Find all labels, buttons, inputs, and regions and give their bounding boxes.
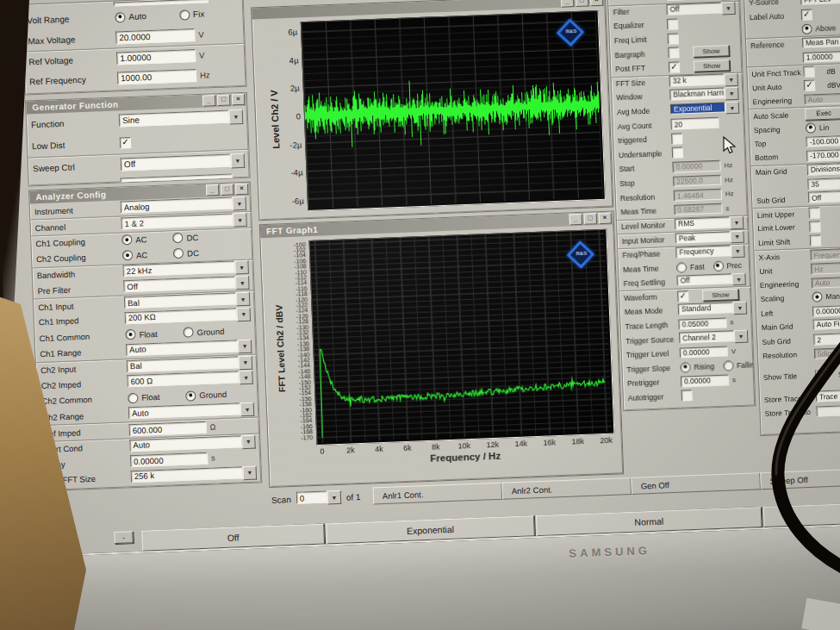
chevron-down-icon[interactable]: ▼ <box>234 260 249 275</box>
lin-radio[interactable] <box>806 122 816 133</box>
sub-grid-field[interactable]: 2 <box>813 332 840 346</box>
scan-dropdown[interactable]: 0 ▼ <box>296 490 342 506</box>
status-anlr2-cont[interactable]: Anlr2 Cont. <box>501 477 632 500</box>
trigger-source-dropdown[interactable]: Channel 2▼ <box>679 330 748 346</box>
chevron-down-icon[interactable]: ▼ <box>725 102 740 115</box>
chevron-down-icon[interactable]: ▼ <box>233 196 247 211</box>
equalizer-checkbox[interactable] <box>667 18 678 29</box>
chevron-down-icon[interactable]: ▼ <box>731 273 746 286</box>
freq-phase-dropdown[interactable]: Frequency▼ <box>675 245 744 260</box>
freq-limit-checkbox[interactable] <box>668 33 679 44</box>
chevron-down-icon[interactable]: ▼ <box>734 330 749 343</box>
post-fft-checkbox[interactable]: ✓ <box>669 61 680 72</box>
above-radio[interactable] <box>801 23 812 34</box>
show-button[interactable]: Show <box>702 288 738 301</box>
maximize-button[interactable]: □ <box>584 213 597 225</box>
manual-radio[interactable] <box>812 292 822 303</box>
waveform-checkbox[interactable]: ✓ <box>677 290 688 302</box>
unit-fnct-track-checkbox[interactable] <box>803 66 814 78</box>
undersample-checkbox[interactable] <box>672 147 683 159</box>
delay-field[interactable]: 0.00000 <box>130 452 208 467</box>
falling-radio[interactable] <box>723 360 733 371</box>
minimize-button[interactable]: _ <box>569 214 582 226</box>
chevron-down-icon[interactable]: ▼ <box>243 465 258 480</box>
chevron-down-icon[interactable]: ▼ <box>731 245 745 258</box>
softkey-collapse-button[interactable]: - <box>114 531 134 544</box>
show-button[interactable]: Show <box>694 59 730 72</box>
window-dropdown[interactable]: Blackman Harris▼ <box>669 87 738 103</box>
chevron-down-icon[interactable]: ▼ <box>236 292 251 307</box>
rising-radio[interactable] <box>680 362 690 372</box>
function-dropdown[interactable]: Sine▼ <box>119 109 244 129</box>
chevron-down-icon[interactable]: ▼ <box>725 87 739 100</box>
status-anlr1-cont[interactable]: Anlr1 Cont. <box>373 483 503 505</box>
close-button[interactable]: × <box>599 213 612 225</box>
reference-dropdown[interactable]: Meas Pan▼ <box>802 34 840 50</box>
close-button[interactable]: × <box>590 0 603 6</box>
maximize-button[interactable]: □ <box>576 0 588 7</box>
maximize-button[interactable]: □ <box>221 184 233 196</box>
limit-upper-checkbox[interactable] <box>808 207 819 218</box>
triggered-checkbox[interactable] <box>671 133 682 144</box>
chevron-down-icon[interactable]: ▼ <box>238 339 252 353</box>
dc-radio[interactable] <box>173 248 184 259</box>
limit-shift-checkbox[interactable] <box>810 235 821 246</box>
sweep-ctrl-dropdown[interactable]: Off▼ <box>121 153 246 172</box>
chevron-down-icon[interactable]: ▼ <box>239 371 253 385</box>
float-radio[interactable] <box>128 393 138 403</box>
low-dist-checkbox[interactable]: ✓ <box>120 137 131 148</box>
max-fft-size-dropdown[interactable]: 256 k▼ <box>131 465 258 484</box>
store-trace-as-dropdown[interactable]: Trace List▼ <box>816 389 840 404</box>
minimize-button[interactable]: _ <box>206 184 219 196</box>
sub-grid-dropdown[interactable]: Off▼ <box>808 190 840 205</box>
bargraph-checkbox[interactable] <box>668 47 679 59</box>
main-grid-dropdown[interactable]: Auto Fine▼ <box>812 317 840 333</box>
freq-settling-dropdown[interactable]: Off▼ <box>676 273 745 289</box>
top-field[interactable]: -100.000 <box>806 134 840 148</box>
store-trace-to-field[interactable] <box>816 403 840 417</box>
minimize-button[interactable]: _ <box>202 95 215 107</box>
chevron-down-icon[interactable]: ▼ <box>233 213 247 228</box>
chevron-down-icon[interactable]: ▼ <box>229 109 244 125</box>
autotrigger-checkbox[interactable] <box>681 390 693 402</box>
show-button[interactable]: Show <box>693 45 729 58</box>
trace-length-field[interactable]: 0.05000 <box>678 317 726 330</box>
level-monitor-dropdown[interactable]: RMS▼ <box>675 216 744 232</box>
input-monitor-dropdown[interactable]: Peak▼ <box>675 230 744 246</box>
trigger-level-field[interactable]: 0.00000 <box>680 346 728 359</box>
softkey-blank[interactable] <box>763 502 840 527</box>
pretrigger-field[interactable]: 0.00000 <box>681 375 729 388</box>
max-voltage-field[interactable]: 20.0000 <box>115 28 196 45</box>
filter-dropdown[interactable]: Off▼ <box>666 2 735 17</box>
ground-radio[interactable] <box>183 327 193 338</box>
ref-voltage-field[interactable]: 1.00000 <box>116 49 196 65</box>
chevron-down-icon[interactable]: ▼ <box>236 308 251 322</box>
prec-radio[interactable] <box>712 260 723 271</box>
minimize-button[interactable]: _ <box>561 0 574 8</box>
meas-mode-dropdown[interactable]: Standard▼ <box>678 302 747 317</box>
chevron-down-icon[interactable]: ▼ <box>231 153 246 168</box>
left-field[interactable]: 0.00000 <box>812 303 840 317</box>
dc-radio[interactable] <box>172 233 183 243</box>
ac-radio[interactable] <box>121 234 132 245</box>
avg-mode-dropdown[interactable]: Exponential▼ <box>670 102 739 117</box>
bottom-field[interactable]: -170.000 <box>806 148 840 162</box>
ref-frequency-field[interactable]: 1000.00 <box>117 69 197 85</box>
chevron-down-icon[interactable]: ▼ <box>733 302 748 315</box>
auto-radio[interactable] <box>115 12 125 22</box>
chevron-down-icon[interactable]: ▼ <box>724 73 738 86</box>
chevron-down-icon[interactable]: ▼ <box>235 276 250 290</box>
label-auto-checkbox[interactable]: ✓ <box>801 9 812 21</box>
field-field[interactable]: 35 <box>807 177 840 190</box>
avg-count-field[interactable]: 20 <box>670 117 719 130</box>
chevron-down-icon[interactable]: ▼ <box>730 230 744 243</box>
limit-lower-checkbox[interactable] <box>809 221 820 232</box>
ref-imped-field[interactable]: 600.000 <box>129 421 207 436</box>
chevron-down-icon[interactable]: ▼ <box>730 216 744 229</box>
float-radio[interactable] <box>125 329 135 340</box>
chevron-down-icon[interactable]: ▼ <box>239 355 253 370</box>
fast-radio[interactable] <box>676 262 687 272</box>
status-gen-off[interactable]: Gen Off <box>631 472 761 495</box>
auto-scale-button[interactable]: Exec <box>805 107 840 121</box>
unit-auto-checkbox[interactable]: ✓ <box>804 79 815 90</box>
